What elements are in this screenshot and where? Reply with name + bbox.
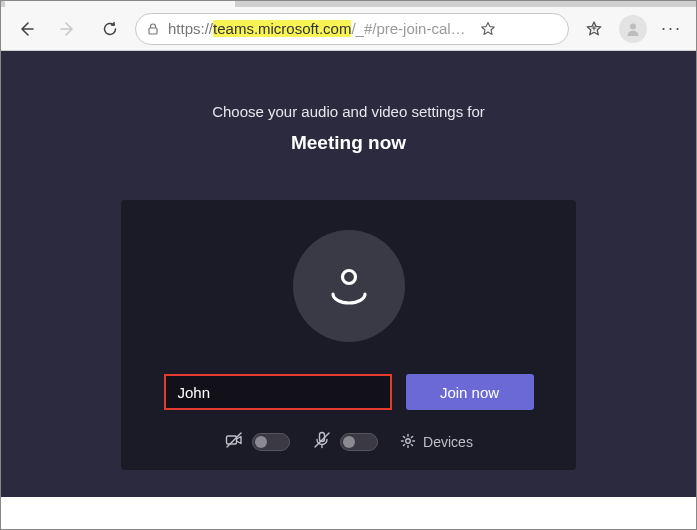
prejoin-subtitle: Choose your audio and video settings for [212,103,485,120]
address-bar[interactable]: https://teams.microsoft.com/_#/pre-join-… [135,13,569,45]
camera-off-icon [224,430,244,454]
camera-toggle[interactable] [252,433,290,451]
new-tab-button[interactable] [241,0,271,7]
participant-avatar-placeholder [293,230,405,342]
join-row: Join now [149,374,548,410]
join-now-button[interactable]: Join now [406,374,534,410]
window-maximize-button[interactable] [604,0,650,1]
back-button[interactable] [9,12,43,46]
svg-point-6 [630,23,636,29]
svg-point-7 [342,271,355,284]
lock-icon [146,22,160,36]
mic-off-icon [312,430,332,454]
device-controls: Devices [224,430,473,454]
name-input[interactable] [166,376,390,408]
url-text: https://teams.microsoft.com/_#/pre-join-… [168,20,466,37]
favorite-button[interactable] [474,21,496,37]
more-menu-button[interactable]: ··· [655,18,688,39]
teams-prejoin-page: Choose your audio and video settings for… [1,51,696,497]
meeting-title: Meeting now [291,132,406,154]
browser-tab-strip: T Meeting | Microsoft Teams [1,0,696,7]
browser-toolbar: https://teams.microsoft.com/_#/pre-join-… [1,7,696,51]
refresh-button[interactable] [93,12,127,46]
mic-toggle[interactable] [340,433,378,451]
forward-button[interactable] [51,12,85,46]
window-close-button[interactable] [650,0,696,1]
camera-control [224,430,290,454]
svg-rect-5 [149,28,157,34]
devices-button[interactable]: Devices [400,433,473,452]
svg-point-10 [406,438,411,443]
gear-icon [400,433,416,452]
collections-button[interactable] [577,12,611,46]
window-minimize-button[interactable] [558,0,604,1]
video-preview-panel: Join now Devices [121,200,576,470]
browser-tab-active[interactable]: T Meeting | Microsoft Teams [5,0,235,7]
profile-avatar[interactable] [619,15,647,43]
name-input-highlight [164,374,392,410]
devices-label: Devices [423,434,473,450]
mic-control [312,430,378,454]
